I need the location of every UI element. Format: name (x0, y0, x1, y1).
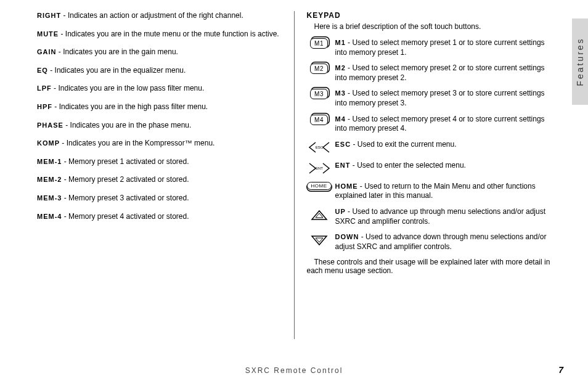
ent-chevron-icon: ENT (307, 161, 332, 176)
term-label: GAIN (37, 48, 57, 55)
term-label: MEM-2 (37, 176, 62, 183)
term-label: MEM-1 (37, 158, 62, 165)
keypad-term: HOME (335, 182, 358, 190)
svg-text:ESC: ESC (315, 145, 323, 149)
page-number: 7 (558, 365, 563, 375)
keypad-description: - Used to select memory preset 3 or to s… (335, 89, 545, 107)
keypad-icon-slot: M3 (307, 89, 332, 99)
term-label: MUTE (37, 30, 59, 38)
term-description: - Memory preset 4 activated or stored. (62, 212, 189, 221)
left-column: RIGHT - Indicates an action or adjustmen… (37, 11, 294, 339)
keypad-term: M4 (335, 115, 346, 123)
keypad-entry: HOMEHOME - Used to return to the Main Me… (307, 182, 552, 201)
keypad-term: ENT (335, 162, 351, 169)
term-label: KOMP (37, 139, 60, 147)
term-label: RIGHT (37, 12, 61, 19)
down-arrow-icon (307, 232, 332, 247)
m2-button-icon: M2 (310, 63, 328, 74)
keypad-text: ESC - Used to exit the current menu. (335, 140, 552, 150)
term-description: - Indicates you are in the mute menu or … (59, 30, 279, 38)
up-arrow-icon (307, 207, 332, 222)
keypad-icon-slot: ENT (307, 161, 332, 176)
keypad-text: M4 - Used to select memory preset 4 or t… (335, 115, 552, 134)
keypad-icon-slot: ESC (307, 140, 332, 155)
keypad-entry: M1M1 - Used to select memory preset 1 or… (307, 38, 552, 57)
term-description: - Indicates you are in the equalizer men… (48, 66, 186, 75)
svg-text:ENT: ENT (316, 166, 323, 170)
keypad-description: - Used to exit the current menu. (351, 140, 456, 149)
term-description: - Indicates you are in the phase menu. (63, 121, 191, 129)
keypad-description: - Used to return to the Main Menu and ot… (335, 182, 536, 200)
home-button-icon: HOME (307, 182, 332, 190)
definition-entry: MEM-3 - Memory preset 3 activated or sto… (37, 194, 282, 203)
term-label: MEM-3 (37, 194, 62, 202)
page-content: RIGHT - Indicates an action or adjustmen… (0, 0, 588, 339)
keypad-term: UP (335, 208, 346, 215)
m1-button-icon: M1 (310, 38, 328, 49)
term-description: - Memory preset 1 activated or stored. (62, 157, 189, 166)
definition-entry: KOMP - Indicates you are in the Kompress… (37, 139, 282, 149)
keypad-icon-slot (307, 232, 332, 247)
keypad-entry: M4M4 - Used to select memory preset 4 or… (307, 115, 552, 134)
keypad-text: HOME - Used to return to the Main Menu a… (335, 182, 552, 201)
term-description: - Indicates you are in the Kompressor™ m… (60, 139, 214, 147)
keypad-text: UP - Used to advance up through menu sel… (335, 207, 552, 226)
esc-chevron-icon: ESC (307, 140, 332, 155)
keypad-entry: DOWN - Used to advance down through menu… (307, 232, 552, 252)
keypad-icon-slot: M4 (307, 115, 332, 125)
term-label: LPF (37, 84, 52, 92)
term-description: - Indicates you are in the low pass filt… (52, 84, 204, 92)
keypad-term: M3 (335, 89, 346, 97)
right-column: KEYPAD Here is a brief description of th… (294, 11, 564, 339)
footer-title: SXRC Remote Control (0, 366, 588, 375)
term-description: - Indicates an action or adjustment of t… (61, 11, 243, 20)
term-label: PHASE (37, 121, 63, 129)
definition-entry: MEM-4 - Memory preset 4 activated or sto… (37, 212, 282, 222)
definition-entry: PHASE - Indicates you are in the phase m… (37, 121, 282, 131)
keypad-icon-slot: M2 (307, 63, 332, 74)
definition-entry: RIGHT - Indicates an action or adjustmen… (37, 11, 282, 21)
keypad-description: - Used to select memory preset 2 or to s… (335, 63, 545, 82)
m4-button-icon: M4 (310, 115, 328, 125)
term-description: - Memory preset 3 activated or stored. (62, 194, 189, 202)
keypad-icon-slot: M1 (307, 38, 332, 49)
keypad-description: - Used to select memory preset 4 or to s… (335, 115, 545, 133)
definition-entry: HPF - Indicates you are in the high pass… (37, 102, 282, 112)
keypad-text: ENT - Used to enter the selected menu. (335, 161, 552, 171)
definition-entry: LPF - Indicates you are in the low pass … (37, 84, 282, 94)
term-label: MEM-4 (37, 213, 62, 220)
keypad-description: - Used to advance up through menu select… (335, 207, 545, 226)
keypad-term: DOWN (335, 233, 359, 240)
keypad-entry: UP - Used to advance up through menu sel… (307, 207, 552, 226)
keypad-text: M3 - Used to select memory preset 3 or t… (335, 89, 552, 108)
definition-entry: MEM-1 - Memory preset 1 activated or sto… (37, 157, 282, 167)
keypad-intro: Here is a brief description of the soft … (307, 22, 552, 31)
keypad-heading: KEYPAD (307, 11, 552, 20)
side-tab-label: Features (575, 37, 585, 86)
keypad-entry: M3M3 - Used to select memory preset 3 or… (307, 89, 552, 108)
keypad-text: M1 - Used to select memory preset 1 or t… (335, 38, 552, 57)
term-label: HPF (37, 103, 52, 110)
keypad-term: M1 (335, 39, 346, 46)
definition-entry: MUTE - Indicates you are in the mute men… (37, 30, 282, 39)
keypad-entry: M2M2 - Used to select memory preset 2 or… (307, 63, 552, 83)
side-tab: Features (572, 18, 588, 105)
term-description: - Memory preset 2 activated or stored. (62, 175, 189, 184)
keypad-term: M2 (335, 64, 346, 72)
keypad-description: - Used to enter the selected menu. (351, 161, 466, 170)
keypad-description: - Used to advance down through menu sele… (335, 232, 547, 251)
keypad-text: DOWN - Used to advance down through menu… (335, 232, 552, 252)
keypad-outro: These controls and their usage will be e… (307, 258, 552, 275)
keypad-term: ESC (335, 141, 351, 148)
definition-entry: EQ - Indicates you are in the equalizer … (37, 66, 282, 76)
term-label: EQ (37, 67, 48, 74)
keypad-entry: ENTENT - Used to enter the selected menu… (307, 161, 552, 176)
keypad-icon-slot (307, 207, 332, 222)
keypad-text: M2 - Used to select memory preset 2 or t… (335, 63, 552, 83)
term-description: - Indicates you are in the gain menu. (57, 47, 178, 56)
definition-entry: MEM-2 - Memory preset 2 activated or sto… (37, 175, 282, 185)
keypad-entry: ESCESC - Used to exit the current menu. (307, 140, 552, 155)
keypad-icon-slot: HOME (307, 182, 332, 190)
keypad-description: - Used to select memory preset 1 or to s… (335, 38, 545, 57)
m3-button-icon: M3 (310, 89, 328, 99)
